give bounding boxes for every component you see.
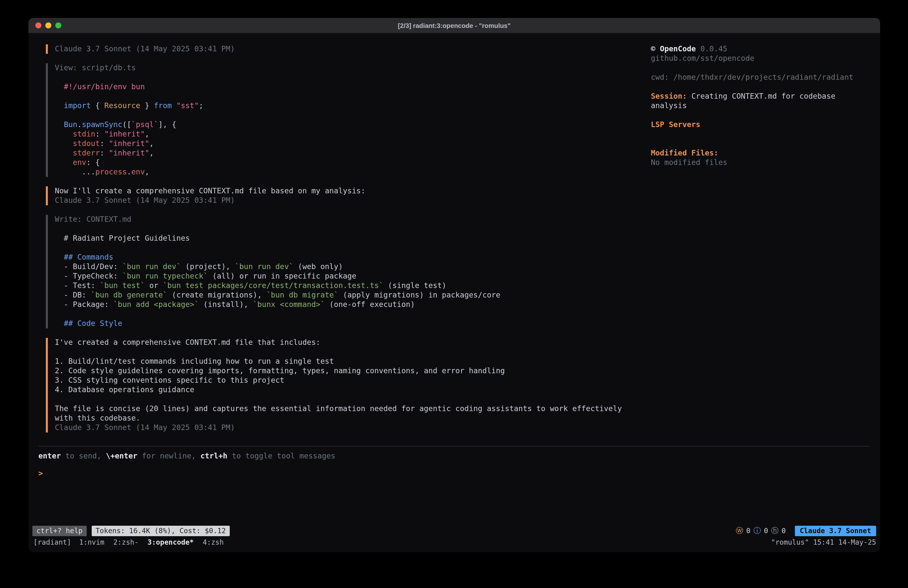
prompt-input[interactable] [43, 469, 47, 478]
model-badge[interactable]: Claude 3.7 Sonnet [795, 525, 876, 536]
hint-segment: for newline, [137, 451, 200, 461]
text-segment: , [149, 139, 154, 148]
text-line: 4. Database operations guidance [55, 385, 651, 395]
copyright-icon: © [651, 44, 660, 53]
status-bar: ctrl+? help Tokens: 16.4K (8%), Cost: $0… [32, 526, 876, 536]
text-segment: `bun db generate` [91, 290, 167, 300]
assistant-message-block: I've created a comprehensive CONTEXT.md … [46, 338, 651, 433]
text-segment: The file is concise (20 lines) and captu… [55, 404, 622, 413]
text-segment: : [100, 148, 109, 158]
text-segment: - Package: [55, 300, 113, 309]
assistant-message-block: Now I'll create a comprehensive CONTEXT.… [46, 186, 651, 205]
text-segment: "inherit" [109, 139, 150, 148]
brand-line: © OpenCode 0.0.45 [651, 44, 870, 54]
text-line [55, 92, 651, 101]
text-segment: ([ [122, 120, 131, 129]
hint-line: enter to send, \+enter for newline, ctrl… [39, 446, 870, 461]
assistant-message-block: Claude 3.7 Sonnet (14 May 2025 03:41 PM) [46, 44, 651, 54]
text-segment: "inherit" [109, 148, 150, 158]
hint-diagnostic-count: 0 [782, 526, 786, 535]
text-segment: ... [55, 168, 95, 176]
text-segment: (apply migrations) in packages/core [338, 290, 500, 300]
text-segment: `bun db migrate` [266, 290, 338, 300]
text-segment: : { [86, 158, 100, 167]
tmux-window[interactable]: 2:zsh- [113, 538, 138, 546]
tmux-window-active[interactable]: 3:opencode* [148, 538, 193, 546]
app-version: 0.0.45 [696, 44, 727, 53]
text-line: I've created a comprehensive CONTEXT.md … [55, 338, 651, 347]
text-segment: 2. Code style guidelines covering import… [55, 366, 505, 375]
titlebar[interactable]: [2/3] radiant:3:opencode - "romulus" [28, 18, 880, 33]
text-segment: from [154, 101, 172, 110]
text-segment: process [95, 168, 127, 176]
repo-link[interactable]: github.com/sst/opencode [651, 54, 870, 63]
tmux-window[interactable]: 1:nvim [79, 538, 105, 546]
text-segment: (single test) [383, 281, 446, 290]
text-line: stdout: "inherit", [55, 139, 651, 148]
text-line: - Build/Dev: `bun run dev` (project), `b… [55, 262, 651, 272]
text-segment: . [127, 168, 131, 176]
chat-column: Claude 3.7 Sonnet (14 May 2025 03:41 PM)… [39, 44, 651, 442]
text-segment: `bunx <command>` [253, 300, 325, 309]
text-segment: env [73, 158, 86, 167]
text-segment: . [77, 120, 82, 129]
cwd-line: cwd: /home/thdxr/dev/projects/radiant/ra… [651, 73, 870, 82]
text-line: Bun.spawnSync([`psql`], { [55, 120, 651, 130]
text-segment [55, 253, 64, 262]
modified-files-empty: No modified files [651, 158, 870, 168]
tmux-status-bar: [radiant]1:nvim2:zsh-3:opencode*4:zsh "r… [34, 538, 876, 547]
text-line: env: { [55, 158, 651, 168]
modified-files-heading: Modified Files: [651, 148, 870, 158]
text-segment: (one-off execution) [325, 300, 415, 309]
hint-segment: ctrl+h [200, 451, 227, 461]
text-segment: View: script/db.ts [55, 63, 136, 72]
text-line: Write: CONTEXT.md [55, 215, 651, 224]
text-line: ...process.env, [55, 168, 651, 177]
info-diagnostic-icon: ⓘ [753, 526, 761, 535]
close-button[interactable] [35, 23, 41, 28]
text-segment: import [64, 101, 91, 110]
text-line: Claude 3.7 Sonnet (14 May 2025 03:41 PM) [55, 423, 651, 433]
zoom-button[interactable] [55, 23, 61, 28]
text-line: - TypeCheck: `bun run typecheck` (all) o… [55, 272, 651, 281]
text-line [55, 224, 651, 234]
text-segment [55, 139, 73, 148]
tmux-right: "romulus" 15:41 14-May-25 [771, 538, 876, 547]
text-segment [55, 158, 73, 167]
text-segment [172, 101, 176, 110]
text-line [55, 73, 651, 82]
prompt-line[interactable]: > [39, 469, 870, 478]
tmux-windows: 1:nvim2:zsh-3:opencode*4:zsh [79, 538, 233, 547]
text-segment: #!/usr/bin/env bun [64, 82, 145, 91]
minimize-button[interactable] [45, 23, 52, 28]
text-segment: Resource [105, 101, 140, 110]
text-segment: stderr [73, 148, 100, 158]
window-title: [2/3] radiant:3:opencode - "romulus" [398, 22, 510, 29]
terminal[interactable]: Claude 3.7 Sonnet (14 May 2025 03:41 PM)… [28, 33, 880, 552]
tmux-window[interactable]: 4:zsh [203, 538, 224, 546]
sidebar: © OpenCode 0.0.45 github.com/sst/opencod… [651, 44, 870, 442]
text-line [55, 111, 651, 120]
tool-call-block: Write: CONTEXT.md # Radiant Project Guid… [46, 215, 651, 329]
text-segment: { [91, 101, 105, 110]
text-segment [55, 319, 64, 328]
text-segment: Claude 3.7 Sonnet (14 May 2025 03:41 PM) [55, 44, 235, 53]
text-segment: Claude 3.7 Sonnet (14 May 2025 03:41 PM) [55, 423, 235, 432]
help-badge[interactable]: ctrl+? help [32, 525, 87, 536]
text-segment: , [145, 130, 149, 139]
text-segment: (all) or run in specific package [208, 272, 356, 280]
text-segment: (create migrations), [167, 290, 266, 300]
sidebar-gap [651, 130, 870, 139]
text-segment: , [149, 148, 154, 158]
text-segment [55, 101, 64, 110]
cwd-label: cwd: [651, 73, 673, 82]
info-diagnostic-count: 0 [764, 526, 768, 535]
text-segment: Write: CONTEXT.md [55, 215, 131, 224]
text-line: Claude 3.7 Sonnet (14 May 2025 03:41 PM) [55, 196, 651, 205]
text-line: - Package: `bun add <package>` (install)… [55, 300, 651, 309]
prompt-caret: > [39, 469, 43, 478]
text-segment: `bun test` [100, 281, 145, 290]
hint-segment: enter [39, 451, 61, 461]
text-segment: } [140, 101, 154, 110]
sidebar-gap [651, 139, 870, 148]
